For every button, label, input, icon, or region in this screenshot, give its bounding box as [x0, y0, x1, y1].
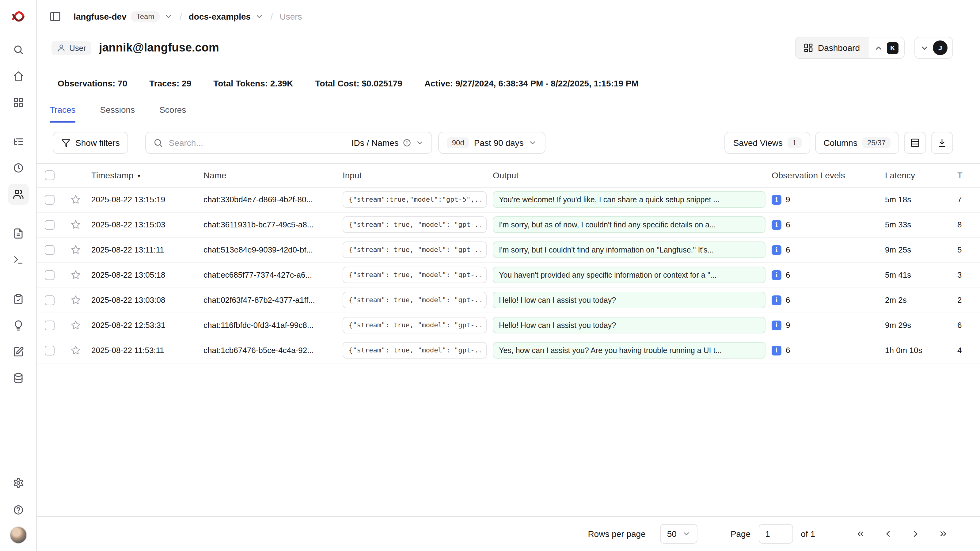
previous-page-button[interactable] [878, 524, 898, 544]
favorite-star-icon[interactable] [65, 295, 85, 305]
sidebar-item-users[interactable] [8, 184, 29, 205]
row-height-button[interactable] [904, 132, 926, 154]
dashboards-grid-icon [13, 97, 24, 108]
tab-bar: Traces Sessions Scores [37, 105, 980, 123]
playground-terminal-icon [13, 254, 24, 265]
favorite-star-icon[interactable] [65, 270, 85, 280]
cell-input[interactable]: {"stream": true, "model": "gpt-... [339, 338, 490, 363]
sidebar-item-insights[interactable] [8, 315, 29, 336]
dashboard-button-group: Dashboard K [795, 37, 905, 59]
cell-output[interactable]: I'm sorry, but as of now, I couldn't fin… [490, 212, 768, 237]
tracing-tree-icon [13, 136, 24, 147]
cell-input[interactable]: {"stream": true, "model": "gpt-... [339, 262, 490, 287]
cell-input[interactable]: {"stream": true, "model": "gpt-... [339, 287, 490, 312]
cell-input[interactable]: {"stream": true, "model": "gpt-... [339, 212, 490, 237]
org-name: langfuse-dev [73, 12, 127, 21]
cell-output[interactable]: Yes, how can I assist you? Are you havin… [490, 338, 768, 363]
saved-views-button[interactable]: Saved Views 1 [725, 132, 810, 154]
cell-output[interactable]: Hello! How can I assist you today? [490, 312, 768, 338]
table-row[interactable]: 2025-08-22 13:15:19 chat:330bd4e7-d869-4… [37, 187, 980, 212]
favorite-star-icon[interactable] [65, 320, 85, 330]
table-row[interactable]: 2025-08-22 13:15:03 chat:3611931b-bc77-4… [37, 212, 980, 237]
search-input[interactable] [169, 138, 346, 148]
sidebar-item-datasets[interactable] [8, 368, 29, 389]
sidebar-toggle-button[interactable] [46, 8, 64, 25]
chevron-up-icon [874, 43, 883, 53]
sidebar-item-prompts[interactable] [8, 223, 29, 244]
traces-table: Timestamp▼ Name Input Output Observation… [37, 163, 980, 363]
next-page-button[interactable] [906, 524, 926, 544]
show-filters-button[interactable]: Show filters [53, 132, 129, 154]
row-checkbox[interactable] [45, 220, 54, 229]
table-row[interactable]: 2025-08-22 13:05:18 chat:ec685f77-7374-4… [37, 262, 980, 287]
sidebar-item-help[interactable] [8, 500, 29, 520]
column-output: Output [490, 164, 768, 187]
langfuse-logo-icon[interactable] [10, 9, 26, 24]
sidebar-item-home[interactable] [8, 65, 29, 86]
page-number-input[interactable] [759, 524, 793, 544]
table-row[interactable]: 2025-08-22 11:53:11 chat:1cb67476-b5ce-4… [37, 338, 980, 363]
cell-output[interactable]: Hello! How can I assist you today? [490, 287, 768, 312]
rows-per-page-select[interactable]: 50 [660, 524, 697, 544]
cell-name: chat:3611931b-bc77-49c5-a8... [200, 212, 339, 237]
tab-traces[interactable]: Traces [49, 105, 76, 123]
chevrons-right-icon [938, 529, 948, 539]
sidebar-item-dashboards[interactable] [8, 92, 29, 113]
cell-observation-levels: i 6 [768, 262, 882, 287]
table-row[interactable]: 2025-08-22 13:11:11 chat:513e84e9-9039-4… [37, 237, 980, 262]
breadcrumb-org[interactable]: langfuse-dev Team [73, 11, 172, 22]
first-page-button[interactable] [851, 524, 870, 544]
cell-output[interactable]: You haven't provided any specific inform… [490, 262, 768, 287]
row-checkbox[interactable] [45, 320, 54, 330]
cell-input[interactable]: {"stream": true, "model": "gpt-... [339, 312, 490, 338]
cell-timestamp: 2025-08-22 13:15:19 [88, 187, 200, 212]
favorite-star-icon[interactable] [65, 194, 85, 205]
table-row[interactable]: 2025-08-22 13:03:08 chat:02f63f47-87b2-4… [37, 287, 980, 312]
columns-button[interactable]: Columns 25/37 [815, 132, 899, 154]
favorite-star-icon[interactable] [65, 245, 85, 255]
cell-timestamp: 2025-08-22 13:05:18 [88, 262, 200, 287]
select-all-checkbox[interactable] [45, 170, 54, 180]
sidebar-item-annotation[interactable] [8, 341, 29, 362]
cell-output[interactable]: You're welcome! If you'd like, I can sha… [490, 187, 768, 212]
dashboard-expand-button[interactable]: K [868, 37, 904, 58]
date-range-button[interactable]: 90d Past 90 days [439, 132, 546, 154]
favorite-star-icon[interactable] [65, 345, 85, 355]
cell-name: chat:116fbfdc-0fd3-41af-99c8... [200, 312, 339, 338]
users-icon [13, 189, 24, 200]
tab-scores[interactable]: Scores [159, 105, 186, 123]
column-timestamp[interactable]: Timestamp▼ [88, 164, 200, 187]
tab-sessions[interactable]: Sessions [100, 105, 135, 123]
profile-avatar[interactable] [10, 527, 27, 544]
breadcrumb-project[interactable]: docs-examples [189, 12, 264, 21]
evaluation-clipboard-icon [13, 294, 24, 305]
cell-output[interactable]: I'm sorry, but I couldn't find any infor… [490, 237, 768, 262]
sidebar-item-search[interactable] [8, 39, 29, 60]
sidebar-item-playground[interactable] [8, 250, 29, 270]
cell-input[interactable]: {"stream":true,"model":"gpt-5",... [339, 187, 490, 212]
search-scope-dropdown[interactable]: IDs / Names [352, 138, 425, 148]
filter-icon [61, 138, 70, 147]
row-checkbox[interactable] [45, 245, 54, 255]
row-checkbox[interactable] [45, 270, 54, 280]
cell-observation-levels: i 9 [768, 312, 882, 338]
row-checkbox[interactable] [45, 194, 54, 204]
row-checkbox[interactable] [45, 346, 54, 355]
chevron-down-icon [528, 139, 537, 147]
sidebar-item-evaluation[interactable] [8, 289, 29, 309]
row-checkbox[interactable] [45, 295, 54, 305]
sidebar-item-settings[interactable] [8, 473, 29, 494]
avatar-initial-badge: J [933, 40, 948, 55]
favorite-star-icon[interactable] [65, 220, 85, 230]
sidebar-item-sessions[interactable] [8, 158, 29, 178]
account-menu-button[interactable]: J [915, 37, 953, 59]
dashboard-button[interactable]: Dashboard [795, 37, 868, 58]
stat-total-cost: Total Cost: $0.025179 [315, 78, 402, 88]
cell-input[interactable]: {"stream": true, "model": "gpt-... [339, 237, 490, 262]
table-row[interactable]: 2025-08-22 12:53:31 chat:116fbfdc-0fd3-4… [37, 312, 980, 338]
column-favorite [62, 164, 88, 187]
sidebar-item-tracing[interactable] [8, 131, 29, 152]
last-page-button[interactable] [934, 524, 953, 544]
export-button[interactable] [931, 132, 953, 154]
dashboard-layout-icon [803, 43, 813, 53]
